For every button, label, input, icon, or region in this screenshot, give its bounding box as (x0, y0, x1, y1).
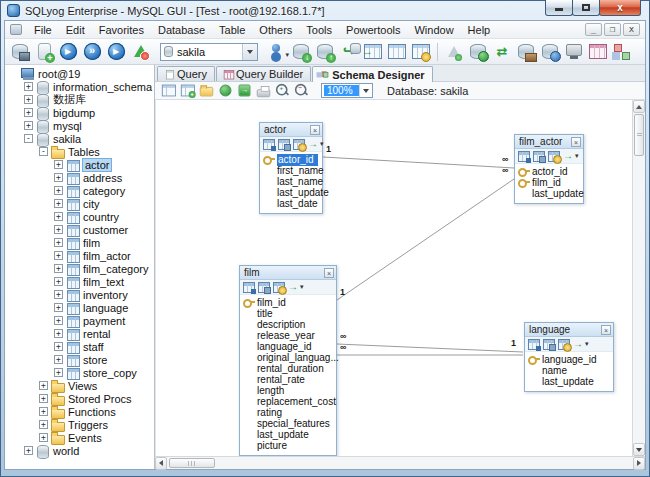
tree-item-film_category[interactable]: +film_category (5, 262, 154, 275)
field-last_update[interactable]: last_update (525, 376, 611, 387)
menu-item-file[interactable]: File (27, 23, 59, 37)
tree-item-store[interactable]: +store (5, 353, 154, 366)
schema-canvas[interactable]: actor×▾actor_idfirst_namelast_namelast_u… (155, 100, 645, 456)
field-name[interactable]: name (525, 365, 611, 376)
user-manager-icon[interactable] (265, 41, 289, 63)
scroll-right-button[interactable] (633, 457, 645, 470)
sync-database-icon[interactable] (466, 41, 490, 63)
collapse-icon[interactable]: - (39, 147, 48, 156)
tree-item-film[interactable]: +film (5, 236, 154, 249)
visual-data-compare-icon[interactable] (586, 41, 610, 63)
tree-item-store_copy[interactable]: +store_copy (5, 366, 154, 379)
insert-column-icon[interactable] (263, 139, 275, 150)
more-options-icon[interactable] (573, 339, 584, 350)
er-table-header[interactable]: film× (240, 266, 336, 280)
tree-item-actor[interactable]: +actor (5, 158, 154, 171)
close-icon[interactable]: × (571, 137, 581, 147)
field-rental_rate[interactable]: rental_rate (240, 374, 334, 385)
er-table-film_actor[interactable]: film_actor×▾actor_idfilm_idlast_update (514, 134, 584, 204)
zoom-combobox[interactable]: 100% (321, 83, 373, 98)
maximize-button[interactable] (572, 0, 600, 16)
expand-icon[interactable]: + (24, 446, 33, 455)
expand-icon[interactable]: + (54, 225, 63, 234)
tab-query[interactable]: Query (157, 66, 215, 81)
print-icon[interactable] (255, 84, 271, 97)
field-length[interactable]: length (240, 385, 334, 396)
expand-icon[interactable]: + (54, 264, 63, 273)
field-film_id[interactable]: film_id (515, 177, 581, 188)
tree-item-rental[interactable]: +rental (5, 327, 154, 340)
expand-icon[interactable]: + (24, 121, 33, 130)
close-icon[interactable]: × (324, 268, 334, 278)
expand-icon[interactable]: + (54, 238, 63, 247)
expand-icon[interactable]: + (54, 368, 63, 377)
close-icon[interactable]: × (310, 125, 320, 135)
tree-item-bigdump[interactable]: +bigdump (5, 106, 154, 119)
expand-icon[interactable]: + (54, 303, 63, 312)
expand-icon[interactable]: + (54, 160, 63, 169)
sync-schema-icon[interactable] (217, 84, 233, 97)
job-agent-icon[interactable] (562, 41, 586, 63)
mdi-minimize-button[interactable]: _ (585, 23, 602, 36)
menu-item-table[interactable]: Table (212, 23, 252, 37)
dropdown-caret-icon[interactable]: ▾ (575, 152, 579, 160)
menu-item-window[interactable]: Window (407, 23, 460, 37)
zoom-in-icon[interactable] (274, 84, 290, 97)
field-special_features[interactable]: special_features (240, 418, 334, 429)
manage-columns-icon[interactable] (258, 282, 270, 293)
refresh-object-browser-icon[interactable] (129, 41, 153, 63)
menu-item-help[interactable]: Help (461, 23, 498, 37)
insert-column-icon[interactable] (518, 151, 530, 162)
manage-columns-icon[interactable] (533, 151, 545, 162)
field-picture[interactable]: picture (240, 440, 334, 451)
field-actor_id[interactable]: actor_id (515, 166, 581, 177)
expand-icon[interactable]: + (54, 277, 63, 286)
execute-query-icon[interactable] (56, 41, 80, 63)
er-table-header[interactable]: language× (525, 323, 613, 337)
new-schema-icon[interactable] (160, 84, 176, 97)
mdi-restore-button[interactable]: ❐ (604, 23, 621, 36)
tree-item-Tables[interactable]: -Tables (5, 145, 154, 158)
expand-icon[interactable]: + (54, 251, 63, 260)
dropdown-caret-icon[interactable]: ▾ (320, 140, 324, 148)
connect-database-icon[interactable] (8, 41, 32, 63)
expand-icon[interactable]: + (54, 355, 63, 364)
field-actor_id[interactable]: actor_id (260, 154, 320, 165)
field-film_id[interactable]: film_id (240, 297, 334, 308)
expand-icon[interactable]: + (54, 342, 63, 351)
menu-item-others[interactable]: Others (252, 23, 299, 37)
expand-icon[interactable]: + (54, 173, 63, 182)
field-title[interactable]: title (240, 308, 334, 319)
migration-tool-icon[interactable] (514, 41, 538, 63)
tree-item-mysql[interactable]: +mysql (5, 119, 154, 132)
tree-item-payment[interactable]: +payment (5, 314, 154, 327)
menu-item-tools[interactable]: Tools (299, 23, 339, 37)
er-table-actor[interactable]: actor×▾actor_idfirst_namelast_namelast_u… (259, 122, 323, 214)
manage-indexes-mini-icon[interactable] (273, 282, 285, 293)
field-description[interactable]: description (240, 319, 334, 330)
manage-columns-icon[interactable] (543, 339, 555, 350)
expand-icon[interactable]: + (24, 82, 33, 91)
tree-item-address[interactable]: +address (5, 171, 154, 184)
field-first_name[interactable]: first_name (260, 165, 320, 176)
insert-column-icon[interactable] (243, 282, 255, 293)
copy-database-icon[interactable] (337, 41, 361, 63)
tab-schema-designer[interactable]: Schema Designer (312, 66, 432, 82)
zoom-out-icon[interactable] (293, 84, 309, 97)
scroll-down-button[interactable] (633, 443, 645, 456)
manage-indexes-mini-icon[interactable] (558, 339, 570, 350)
title-bar[interactable]: SQLyog Enterprise - MySQL GUI - [Test - … (1, 1, 649, 20)
expand-icon[interactable]: + (24, 95, 33, 104)
hscroll-thumb[interactable] (169, 458, 215, 468)
tree-item-staff[interactable]: +staff (5, 340, 154, 353)
field-release_year[interactable]: release_year (240, 330, 334, 341)
er-table-language[interactable]: language×▾language_idnamelast_update (524, 322, 614, 392)
expand-icon[interactable]: + (54, 290, 63, 299)
tree-item-country[interactable]: +country (5, 210, 154, 223)
field-language_id[interactable]: language_id (240, 341, 334, 352)
minimize-button[interactable] (545, 0, 573, 16)
field-last_date[interactable]: last_date (260, 198, 320, 209)
dropdown-caret-icon[interactable]: ▾ (585, 340, 589, 348)
dropdown-caret-icon[interactable]: ▾ (300, 283, 304, 291)
scroll-up-button[interactable] (633, 100, 645, 113)
